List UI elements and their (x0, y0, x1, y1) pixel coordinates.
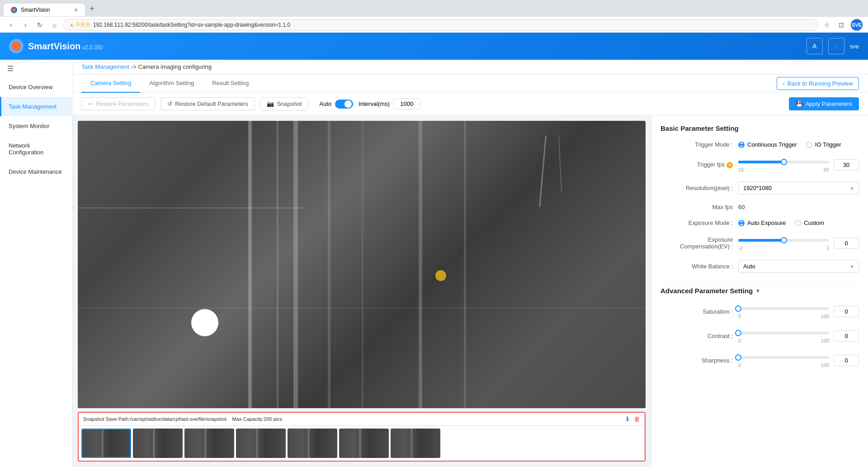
tab-camera-setting[interactable]: Camera Setting (81, 74, 140, 93)
snapshot-thumb-5[interactable] (288, 429, 337, 458)
exposure-auto[interactable]: Auto Exposure (738, 219, 786, 226)
restore-default-button[interactable]: ↺ Restore Default Parameters (160, 97, 255, 110)
thumb-1-image (82, 429, 130, 457)
resolution-select[interactable]: 1920*1080 1280*720 640*480 (738, 181, 859, 195)
translate-button[interactable]: A (807, 38, 823, 54)
contrast-thumb[interactable] (735, 330, 741, 336)
sidebar-item-device-overview[interactable]: Device Overview (0, 77, 72, 97)
exposure-comp-label: Exposure Compensation(EV) : (660, 236, 733, 250)
bookmark-button[interactable]: ☆ (822, 20, 832, 30)
app-header: SmartVision v2.0.350 A 👤 sve (0, 33, 868, 60)
trigger-fps-min: 15 (738, 167, 744, 172)
pipe-1 (293, 121, 298, 408)
sidebar-label-device-maintenance: Device Maintenance (9, 168, 62, 175)
active-browser-tab[interactable]: SmartVision × (4, 4, 85, 16)
breadcrumb-parent[interactable]: Task Management (81, 63, 129, 70)
tab-algorithm-setting[interactable]: Algorithm Setting (140, 74, 203, 93)
snapshot-thumbnails (79, 426, 645, 461)
sidebar-label-system-monitor: System Monitor (9, 123, 49, 129)
snapshot-thumb-2[interactable] (133, 429, 183, 458)
sidebar-label-network-configuration: Network Configuration (9, 142, 43, 156)
saturation-track[interactable] (738, 307, 829, 310)
app-logo: SmartVision v2.0.350 (9, 39, 103, 53)
tab-favicon (11, 7, 17, 13)
toolbar: ↩ Restore Parameters ↺ Restore Default P… (72, 93, 868, 115)
back-nav-button[interactable]: ‹ (5, 19, 16, 30)
home-nav-button[interactable]: ⌂ (49, 19, 60, 30)
sidebar-item-task-management[interactable]: Task Management (0, 97, 72, 116)
white-balance-row: White Balance : Auto Manual ▼ (660, 260, 859, 273)
save-icon: 💾 (796, 100, 803, 107)
saturation-thumb[interactable] (735, 305, 741, 312)
sharpness-label: Sharpness : (660, 357, 733, 364)
pipe-3 (362, 121, 363, 408)
tab-close-button[interactable]: × (74, 6, 78, 14)
advanced-settings-title[interactable]: Advanced Parameter Setting ▾ (660, 287, 859, 295)
auto-section: Auto (319, 100, 353, 109)
camera-content: Snapshot Save Path:/var/opt/aidlux/data/… (72, 115, 868, 467)
exposure-comp-track[interactable] (738, 239, 829, 242)
max-fps-row: Max fps 60 (660, 204, 859, 210)
exposure-mode-label: Exposure Mode : (660, 219, 733, 226)
delete-snapshots-icon[interactable]: 🗑 (634, 415, 640, 423)
exposure-comp-labels: -2 2 (738, 245, 829, 251)
exposure-comp-thumb[interactable] (781, 237, 787, 243)
user-profile-button[interactable]: 👤 (828, 38, 844, 54)
sharpness-thumb[interactable] (735, 354, 741, 361)
restore-parameters-button[interactable]: ↩ Restore Parameters (81, 97, 155, 110)
breadcrumb-separator: -> (131, 63, 138, 70)
browser-user-avatar[interactable]: SVE (851, 19, 863, 31)
sharpness-track[interactable] (738, 356, 829, 359)
exposure-custom[interactable]: Custom (795, 219, 824, 226)
trigger-fps-slider-container: 15 60 (738, 157, 829, 172)
gold-object (435, 270, 446, 281)
back-to-running-button[interactable]: ‹ Back to Running Preview (777, 77, 859, 90)
extensions-button[interactable]: ⊡ (836, 20, 846, 30)
h-line-1 (78, 207, 305, 209)
white-balance-select[interactable]: Auto Manual (738, 260, 859, 273)
trigger-fps-info-icon[interactable]: ? (726, 162, 733, 168)
tabs-bar: Camera Setting Algorithm Setting Result … (72, 74, 868, 93)
tab-result-setting[interactable]: Result Setting (203, 74, 258, 93)
forward-nav-button[interactable]: › (20, 19, 31, 30)
sidebar-item-device-maintenance[interactable]: Device Maintenance (0, 162, 72, 181)
restore-default-label: Restore Default Parameters (175, 100, 248, 107)
trigger-mode-io[interactable]: IO Trigger (806, 141, 841, 148)
apply-parameters-button[interactable]: 💾 Apply Parameters (789, 97, 859, 110)
logo-text-group: SmartVision v2.0.350 (28, 41, 103, 52)
new-tab-button[interactable]: + (85, 1, 99, 16)
max-fps-value: 60 (738, 204, 745, 210)
saturation-input[interactable] (834, 306, 859, 317)
snapshot-thumb-7[interactable] (391, 429, 440, 458)
resolution-control: 1920*1080 1280*720 640*480 ▼ (738, 181, 859, 195)
app-name: SmartVision (28, 41, 80, 51)
snapshot-thumb-4[interactable] (236, 429, 286, 458)
contrast-track[interactable] (738, 332, 829, 334)
trigger-mode-label: Trigger Mode : (660, 141, 733, 148)
auto-toggle[interactable] (335, 100, 353, 109)
snapshot-thumb-3[interactable] (184, 429, 234, 458)
trigger-fps-track[interactable] (738, 161, 829, 163)
exposure-comp-input[interactable] (834, 238, 859, 249)
sharpness-input[interactable] (834, 355, 859, 366)
snapshot-button[interactable]: 📷 Snapshot (260, 97, 308, 110)
trigger-fps-input[interactable] (834, 159, 859, 171)
contrast-input[interactable] (834, 330, 859, 342)
exposure-mode-control: Auto Exposure Custom (738, 219, 859, 226)
trigger-fps-thumb[interactable] (781, 159, 787, 165)
thumb-2-image (133, 429, 183, 458)
sidebar-toggle[interactable]: ☰ (0, 60, 72, 77)
circle-object (191, 309, 218, 336)
snapshot-thumb-1[interactable] (81, 429, 131, 458)
sharpness-min: 0 (738, 362, 741, 368)
address-bar[interactable]: ▲ 不安全 192.168.111.92:58200/task/taskSett… (63, 19, 818, 31)
trigger-mode-continuous[interactable]: Continuous Trigger (738, 141, 797, 148)
sidebar-item-system-monitor[interactable]: System Monitor (0, 116, 72, 136)
sidebar-item-network-configuration[interactable]: Network Configuration (0, 136, 72, 162)
snapshot-path-text: Snapshot Save Path:/var/opt/aidlux/data/… (83, 416, 282, 422)
interval-input[interactable]: 1000 (393, 98, 420, 110)
download-snapshots-icon[interactable]: ⬇ (625, 415, 630, 423)
security-warning: ▲ 不安全 (69, 21, 90, 28)
snapshot-thumb-6[interactable] (339, 429, 389, 458)
refresh-nav-button[interactable]: ↻ (34, 19, 45, 30)
